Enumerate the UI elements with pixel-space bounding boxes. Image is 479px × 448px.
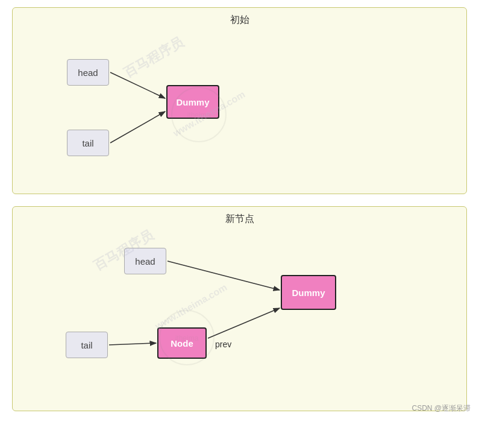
panel-title-initial: 初始 [19, 14, 460, 27]
prev-label: prev [215, 339, 231, 349]
tail-node-2: tail [66, 332, 108, 358]
svg-line-6 [110, 112, 165, 143]
diagram-panel-initial: 初始 head Dummy tail [12, 7, 467, 194]
tail-node-1: tail [67, 130, 109, 156]
new-node-2: Node [157, 327, 207, 359]
arrows-svg-2 [13, 207, 466, 411]
diagram-panel-newnode: 新节点 head Dummy tail Node prev [12, 206, 467, 411]
panel-title-newnode: 新节点 [19, 213, 460, 226]
dummy-node-2: Dummy [281, 275, 336, 310]
dummy-node-1: Dummy [166, 85, 219, 119]
svg-line-10 [208, 308, 280, 338]
svg-line-5 [110, 72, 165, 98]
head-node-2: head [124, 248, 166, 274]
head-node-1: head [67, 59, 109, 86]
arrows-svg-1 [13, 8, 466, 194]
csdn-attribution: CSDN @逐渐呆滞 [412, 403, 471, 414]
svg-line-8 [167, 261, 280, 290]
svg-line-9 [109, 343, 156, 345]
